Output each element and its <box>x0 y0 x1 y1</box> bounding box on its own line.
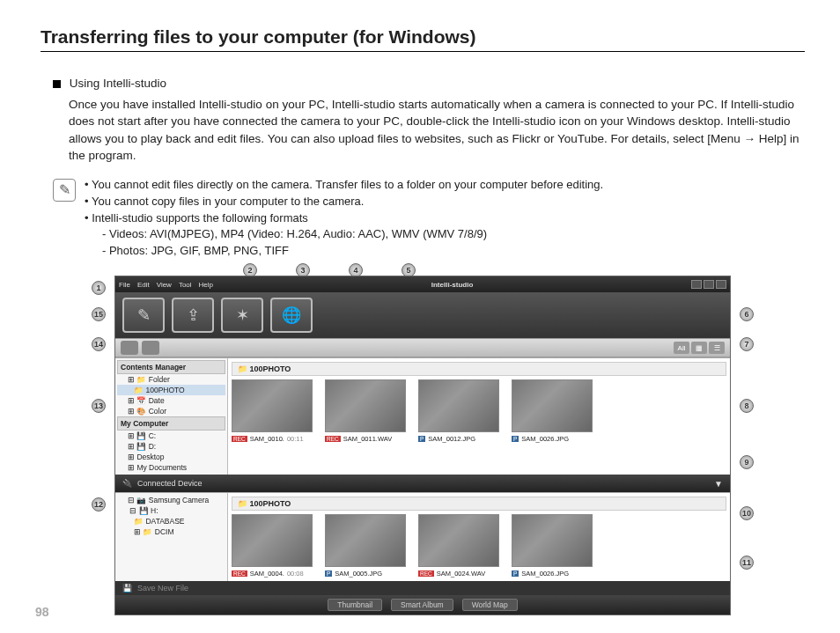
thumbnail[interactable]: RECSAM_0011.WAV <box>325 379 406 443</box>
status-tab-worldmap[interactable]: World Map <box>462 599 518 611</box>
thumbnail-image <box>512 379 593 432</box>
thumbnail-name: SAM_0011.WAV <box>343 435 392 443</box>
page-title: Transferring files to your computer (for… <box>41 26 805 52</box>
view-all[interactable]: All <box>674 342 689 354</box>
menu-tool[interactable]: Tool <box>179 281 192 289</box>
menu-edit[interactable]: Edit <box>137 281 150 289</box>
square-bullet-icon <box>53 80 61 88</box>
note-icon: ✎ <box>53 179 76 202</box>
callout-9: 9 <box>740 455 754 469</box>
callout-10: 10 <box>740 506 754 520</box>
page-number: 98 <box>35 605 49 619</box>
badge: REC <box>325 436 341 442</box>
sidebar-contents: Contents Manager ⊞ 📁 Folder 📁 100PHOTO ⊞… <box>115 358 228 475</box>
sidebar-item-desktop[interactable]: ⊞ Desktop <box>117 452 225 462</box>
sidebar-item-camera[interactable]: ⊟ 📷 Samsung Camera <box>117 495 225 505</box>
minimize-icon[interactable] <box>691 280 702 289</box>
thumbnail-name: SAM_0026.JPG <box>521 570 569 578</box>
save-row[interactable]: 💾 Save New File <box>115 581 730 595</box>
divider-label: Connected Device <box>137 479 203 488</box>
thumbnail[interactable]: RECSAM_0010.00:11 <box>232 379 313 443</box>
sidebar-device: ⊟ 📷 Samsung Camera ⊟ 💾 H: 📁 DATABASE ⊞ 📁… <box>115 493 228 581</box>
menu-help[interactable]: Help <box>199 281 213 289</box>
thumbnail-ext: 00:11 <box>287 435 304 443</box>
sidebar-item-selected[interactable]: 📁 100PHOTO <box>117 385 225 395</box>
iconbar: ✎ ⇪ ✶ 🌐 <box>115 292 730 338</box>
connected-device-bar[interactable]: 🔌 Connected Device ▼ <box>115 475 730 492</box>
note-item: You cannot edit files directly on the ca… <box>85 177 603 194</box>
thumbnail[interactable]: PSAM_0026.JPG <box>512 514 593 578</box>
sidebar-head-contents: Contents Manager <box>117 360 225 374</box>
note-list: You cannot edit files directly on the ca… <box>85 177 603 260</box>
sidebar-item-database[interactable]: 📁 DATABASE <box>117 516 225 526</box>
section-heading-text: Using Intelli-studio <box>70 77 166 90</box>
app-screenshot: 1 2 3 4 5 6 7 8 9 10 11 12 13 14 15 File… <box>114 276 731 615</box>
callout-12: 12 <box>92 497 106 512</box>
thumbnail[interactable]: PSAM_0005.JPG <box>325 514 406 578</box>
note-item: Intelli-studio supports the following fo… <box>85 210 603 227</box>
thumbnail[interactable]: PSAM_0012.JPG <box>418 379 499 443</box>
nav-back-icon[interactable] <box>121 341 138 355</box>
collapse-icon[interactable]: ▼ <box>714 479 723 489</box>
thumbnail-name: SAM_0026.JPG <box>521 435 569 443</box>
content-top: 📁 100PHOTO RECSAM_0010.00:11RECSAM_0011.… <box>228 358 730 475</box>
sidebar-item-date[interactable]: ⊞ 📅 Date <box>117 395 225 406</box>
content-bottom: 📁 100PHOTO RECSAM_0004.00:08PSAM_0005.JP… <box>228 493 730 581</box>
badge: REC <box>232 570 247 577</box>
sidebar-item-docs[interactable]: ⊞ My Documents <box>117 462 225 473</box>
status-tab-smartalbum[interactable]: Smart Album <box>391 599 453 611</box>
view-list-icon[interactable]: ☰ <box>709 342 725 354</box>
app-title: Intelli-studio <box>213 281 691 289</box>
section-body: Once you have installed Intelli-studio o… <box>69 96 805 165</box>
thumbnail-ext: 00:08 <box>287 570 304 578</box>
sidebar-item-folder[interactable]: ⊞ 📁 Folder <box>117 374 225 385</box>
sidebar-item-dcim[interactable]: ⊞ 📁 DCIM <box>117 526 225 537</box>
iconbar-edit[interactable]: ✎ <box>122 298 165 333</box>
thumbnail-name: SAM_0012.JPG <box>428 435 475 443</box>
status-tab-thumbnail[interactable]: Thumbnail <box>328 599 382 611</box>
callout-11: 11 <box>740 556 754 570</box>
plug-icon: 🔌 <box>122 479 132 488</box>
sidebar-item-color[interactable]: ⊞ 🎨 Color <box>117 406 225 416</box>
sidebar-item-c[interactable]: ⊞ 💾 C: <box>117 431 225 441</box>
callout-1: 1 <box>92 281 106 295</box>
thumbnail[interactable]: PSAM_0026.JPG <box>512 379 593 443</box>
navbar: All ▦ ☰ <box>115 338 730 357</box>
callout-13: 13 <box>92 399 106 413</box>
note-item: You cannot copy files in your computer t… <box>85 194 603 210</box>
close-icon[interactable] <box>716 280 726 289</box>
note-subitem: - Videos: AVI(MJPEG), MP4 (Video: H.264,… <box>102 226 603 243</box>
thumbnail-image <box>418 514 499 567</box>
menu-file[interactable]: File <box>119 281 130 289</box>
thumbnail-image <box>512 514 593 567</box>
thumbnail-image <box>232 514 313 567</box>
callout-6: 6 <box>740 307 754 321</box>
folder-header: 📁 100PHOTO <box>232 497 726 511</box>
section-heading: Using Intelli-studio <box>53 75 805 92</box>
iconbar-movie[interactable]: ✶ <box>221 298 263 333</box>
badge: P <box>512 570 519 577</box>
badge: P <box>325 570 332 577</box>
maximize-icon[interactable] <box>704 280 714 289</box>
badge: REC <box>418 570 434 577</box>
callout-15: 15 <box>92 307 106 321</box>
save-label: Save New File <box>137 584 188 593</box>
app-window: File Edit View Tool Help Intelli-studio … <box>114 276 731 615</box>
badge: P <box>512 436 519 442</box>
sidebar-item-h[interactable]: ⊟ 💾 H: <box>117 505 225 516</box>
badge: P <box>418 436 425 442</box>
titlebar: File Edit View Tool Help Intelli-studio <box>115 276 730 292</box>
thumbnail[interactable]: RECSAM_0024.WAV <box>418 514 499 578</box>
view-grid-icon[interactable]: ▦ <box>691 342 707 354</box>
nav-forward-icon[interactable] <box>142 341 159 355</box>
thumbnail[interactable]: RECSAM_0004.00:08 <box>232 514 313 578</box>
folder-header: 📁 100PHOTO <box>232 362 726 376</box>
save-icon: 💾 <box>122 584 132 593</box>
iconbar-share[interactable]: ⇪ <box>172 298 214 333</box>
callout-14: 14 <box>92 337 106 351</box>
menu-view[interactable]: View <box>157 281 172 289</box>
iconbar-web[interactable]: 🌐 <box>270 298 313 333</box>
sidebar-item-d[interactable]: ⊞ 💾 D: <box>117 441 225 452</box>
thumbnail-name: SAM_0010. <box>250 435 284 443</box>
note-subitem: - Photos: JPG, GIF, BMP, PNG, TIFF <box>102 243 603 260</box>
